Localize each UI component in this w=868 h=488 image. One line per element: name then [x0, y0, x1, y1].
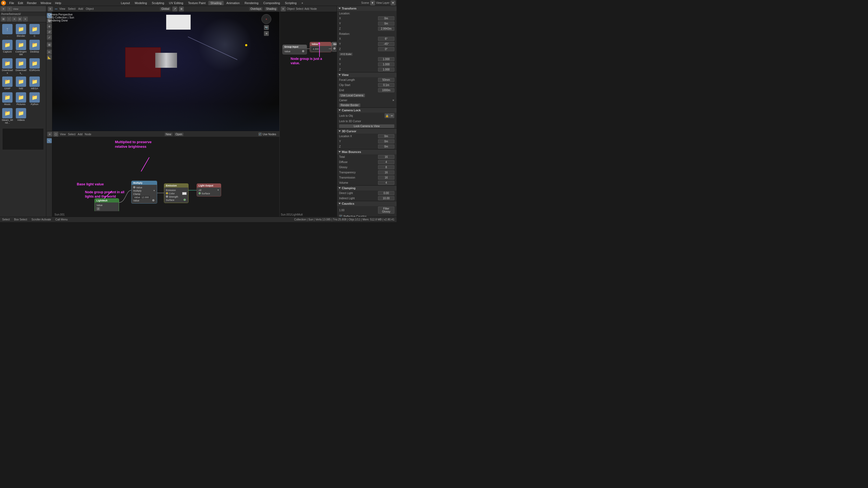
file-item-downloads[interactable]: 📁 Downloads: [1, 58, 13, 75]
viewport-perspective-btn[interactable]: [55, 9, 58, 9]
rot-mode-value[interactable]: XYZ Euler: [339, 53, 353, 56]
glossy-value[interactable]: 8: [378, 165, 394, 169]
cursor-loc-y-value[interactable]: 0m: [378, 139, 394, 143]
menu-help[interactable]: Help: [53, 1, 63, 5]
loc-y-value[interactable]: 0m: [378, 22, 394, 26]
annotate-tool[interactable]: ✏: [47, 50, 52, 55]
header-icon2[interactable]: ↑: [7, 6, 12, 11]
orientation-gizmo[interactable]: X: [261, 14, 271, 24]
menu-window[interactable]: Window: [39, 1, 53, 5]
emission-node[interactable]: Emission Emission Color Str: [164, 184, 188, 203]
file-item-blender[interactable]: 📁 Blender: [15, 24, 27, 38]
file-item-desktop[interactable]: 📁 Desktop: [28, 39, 41, 57]
lock-obj-btn[interactable]: 🔒: [384, 113, 390, 118]
file-item-mega[interactable]: 📁 MEGA: [28, 76, 41, 91]
tb-icon3[interactable]: ≡: [12, 17, 17, 22]
cursor-loc-z-value[interactable]: 0m: [378, 144, 394, 149]
node-menu-icon[interactable]: ≡: [48, 132, 52, 137]
tb-icon2[interactable]: ↑: [6, 17, 11, 22]
scale-x-value[interactable]: 1.000: [378, 57, 394, 61]
file-item-music[interactable]: 📁 Music: [1, 92, 13, 106]
tab-compositing[interactable]: Compositing: [261, 1, 282, 5]
view-layer-dropdown[interactable]: ▼: [391, 1, 396, 5]
group-output-node[interactable]: Group Output Value: [332, 42, 337, 52]
file-item-hdd[interactable]: 📁 hdd: [15, 76, 27, 91]
file-item-upload[interactable]: ↑ .: [1, 24, 13, 38]
measure-tool[interactable]: 📐: [47, 55, 52, 60]
file-item-pictures[interactable]: 📁 Pictures: [15, 92, 27, 106]
value-node[interactable]: Value 4.000: [310, 42, 332, 52]
transform-header[interactable]: Transform: [337, 6, 397, 11]
gizmo-icon[interactable]: ↗: [173, 6, 177, 11]
cursor-loc-x-value[interactable]: 0m: [378, 134, 394, 138]
render-border-btn[interactable]: Render Border: [339, 103, 360, 107]
node-canvas[interactable]: Multiplied to preserverelative brightnes…: [52, 137, 279, 211]
node-editor-icon[interactable]: ⬡: [53, 132, 58, 137]
scale-y-value[interactable]: 1.000: [378, 62, 394, 66]
file-item-downloads2[interactable]: 📁 Downloads_: [15, 58, 27, 75]
scale-z-value[interactable]: 1.000: [378, 67, 394, 72]
file-item-steam[interactable]: 📁 Steam_Wind...: [1, 107, 13, 125]
tab-add[interactable]: +: [299, 1, 305, 5]
light-output-node[interactable]: Light Output All ▼ Surface: [197, 184, 221, 196]
tab-uv-editing[interactable]: UV Editing: [167, 1, 185, 5]
menu-render[interactable]: Render: [25, 1, 38, 5]
tab-layout[interactable]: Layout: [119, 1, 132, 5]
lock-camera-to-view-btn[interactable]: Lock Camera to View: [339, 124, 394, 128]
menu-file[interactable]: File: [8, 1, 16, 5]
file-item-esrgan[interactable]: 📁 ESRGAN: [28, 58, 41, 75]
tab-modeling[interactable]: Modeling: [133, 1, 149, 5]
file-item-python[interactable]: 📁 Python: [28, 92, 41, 106]
file-item-capture[interactable]: 📁 Capture: [1, 39, 13, 57]
camera-lock-header[interactable]: Camera Lock: [337, 108, 397, 113]
menu-edit[interactable]: Edit: [16, 1, 25, 5]
header-icon1[interactable]: ≡: [1, 6, 6, 11]
total-value[interactable]: 16: [378, 155, 394, 159]
direct-light-value[interactable]: 0.00: [378, 191, 394, 195]
camera-gizmo[interactable]: 📷: [264, 25, 269, 30]
shading-btn[interactable]: Shading: [265, 7, 278, 11]
reflective-cb[interactable]: [339, 215, 342, 217]
focal-value[interactable]: 50mm: [378, 78, 394, 82]
3d-cursor-header[interactable]: 3D Cursor: [337, 129, 397, 134]
tb-icon1[interactable]: ⊞: [1, 17, 6, 22]
tab-scripting[interactable]: Scripting: [283, 1, 299, 5]
transparency-value[interactable]: 16: [378, 170, 394, 174]
global-btn[interactable]: Global: [160, 7, 170, 11]
scale-tool[interactable]: ⤢: [47, 35, 52, 40]
sun-gizmo[interactable]: ☀: [264, 31, 269, 36]
use-local-camera-btn[interactable]: Use Local Camera: [339, 94, 365, 97]
tab-sculpting[interactable]: Sculpting: [150, 1, 166, 5]
loc-z-value[interactable]: 2.9943m: [378, 27, 394, 31]
tab-animation[interactable]: Animation: [224, 1, 242, 5]
tb-icon4[interactable]: ⊟: [18, 17, 22, 22]
tab-shading[interactable]: Shading: [208, 1, 224, 5]
clip-start-value[interactable]: 0.1m: [378, 83, 394, 87]
max-bounces-header[interactable]: Max Bounces: [337, 150, 397, 154]
rot-x-value[interactable]: 6°: [378, 37, 394, 41]
object-menu[interactable]: Object: [86, 7, 94, 10]
clamping-header[interactable]: Clamping: [337, 186, 397, 191]
light-mult-node[interactable]: LightMult Value 2: [94, 198, 119, 211]
file-item-contingent[interactable]: 📁 Contingent99: [15, 39, 27, 57]
clip-end-value[interactable]: 1000m: [378, 88, 394, 92]
tb-icon5[interactable]: ≡: [23, 17, 28, 22]
caustics-header[interactable]: Caustics: [337, 201, 397, 206]
volume-value[interactable]: 4: [378, 181, 394, 185]
rot-z-value[interactable]: 0°: [378, 47, 394, 51]
multiply-node[interactable]: Multiply Value Multiply ▼ Cl: [131, 181, 157, 203]
rotate-tool[interactable]: ↺: [47, 29, 52, 34]
lock-obj-edit[interactable]: ✏: [390, 113, 394, 118]
move-tool[interactable]: ✛: [47, 24, 52, 29]
use-nodes-checkbox[interactable]: [258, 133, 262, 136]
file-item-videos[interactable]: 📁 Videos: [15, 107, 27, 125]
ne-new-btn[interactable]: New: [164, 133, 173, 136]
rna-menu[interactable]: ≡: [281, 6, 286, 11]
ne-open-btn[interactable]: Open: [174, 133, 184, 136]
loc-x-value[interactable]: 0m: [378, 16, 394, 21]
indirect-light-value[interactable]: 10.00: [378, 196, 394, 200]
file-item-gimp[interactable]: 📁 GIMP: [1, 76, 13, 91]
rna-canvas[interactable]: Group Input Value Value 4.000: [280, 12, 337, 217]
scene-dropdown[interactable]: ▼: [370, 1, 375, 5]
tab-rendering[interactable]: Rendering: [242, 1, 261, 5]
